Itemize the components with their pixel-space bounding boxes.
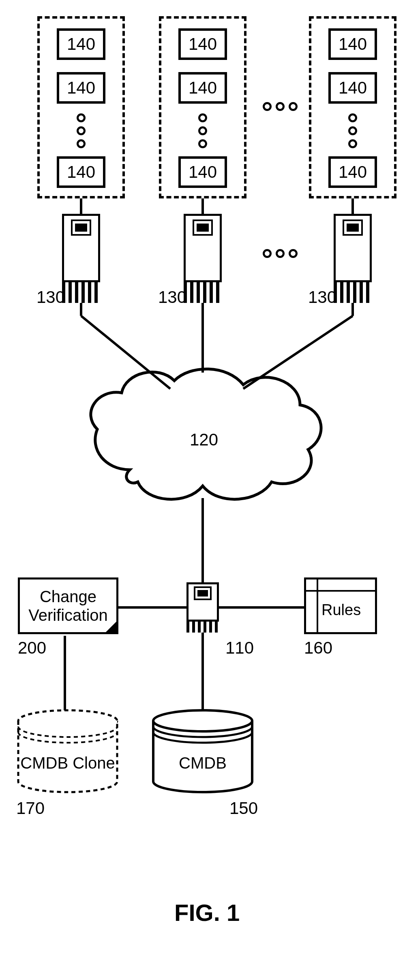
resource-label: 140 <box>67 162 95 182</box>
resource-box: 140 <box>328 28 377 60</box>
resource-label: 140 <box>67 34 95 54</box>
rules-box: Rules <box>304 577 377 634</box>
ellipsis-dot <box>77 126 86 135</box>
svg-line-1 <box>81 316 170 389</box>
ellipsis-dot <box>289 249 298 258</box>
resource-box: 140 <box>178 156 227 188</box>
svg-point-14 <box>153 710 252 731</box>
change-verification-ref: 200 <box>18 638 46 658</box>
ellipsis-dot <box>198 126 207 135</box>
ellipsis-dot <box>276 249 285 258</box>
cmdb-label: CMDB <box>151 754 254 772</box>
ellipsis-dot <box>77 113 86 122</box>
server-ref-label: 130 <box>36 288 65 307</box>
svg-line-4 <box>243 316 353 389</box>
server-icon <box>62 214 100 303</box>
resource-label: 140 <box>67 78 95 98</box>
resource-label: 140 <box>339 78 367 98</box>
central-server-icon <box>186 582 219 633</box>
ellipsis-dot <box>289 102 298 111</box>
cmdb-clone-label: CMDB Clone <box>16 754 119 772</box>
resource-box: 140 <box>57 28 105 60</box>
figure-title: FIG. 1 <box>174 899 240 926</box>
resource-label: 140 <box>189 34 217 54</box>
rules-ref: 160 <box>304 638 332 658</box>
resource-box: 140 <box>57 72 105 104</box>
resource-box: 140 <box>328 156 377 188</box>
figure-canvas: 140 140 140 140 140 140 140 140 140 130 … <box>0 0 420 980</box>
cmdb-clone-ref: 170 <box>16 799 45 818</box>
cloud-ref-label: 120 <box>190 430 218 450</box>
server-icon <box>334 214 372 303</box>
resource-box: 140 <box>57 156 105 188</box>
server-ref-label: 130 <box>308 288 336 307</box>
ellipsis-dot <box>263 249 272 258</box>
cmdb-ref: 150 <box>229 799 258 818</box>
server-icon <box>184 214 222 303</box>
resource-label: 140 <box>339 34 367 54</box>
resource-label: 140 <box>189 162 217 182</box>
cmdb-clone-db-icon: CMDB Clone <box>16 709 119 794</box>
ellipsis-dot <box>263 102 272 111</box>
server-ref-label: 130 <box>158 288 186 307</box>
resource-box: 140 <box>178 72 227 104</box>
folded-corner-icon <box>105 621 117 633</box>
cmdb-db-icon: CMDB <box>151 709 254 794</box>
central-server-ref: 110 <box>225 638 254 658</box>
resource-label: 140 <box>189 78 217 98</box>
resource-label: 140 <box>339 162 367 182</box>
change-verification-box: Change Verification <box>18 577 118 634</box>
resource-box: 140 <box>178 28 227 60</box>
ellipsis-dot <box>348 139 357 148</box>
rules-label: Rules <box>321 601 361 619</box>
ellipsis-dot <box>348 113 357 122</box>
change-verification-label: Change Verification <box>28 587 108 624</box>
ellipsis-dot <box>276 102 285 111</box>
resource-box: 140 <box>328 72 377 104</box>
ellipsis-dot <box>77 139 86 148</box>
ellipsis-dot <box>198 139 207 148</box>
ellipsis-dot <box>348 126 357 135</box>
ellipsis-dot <box>198 113 207 122</box>
